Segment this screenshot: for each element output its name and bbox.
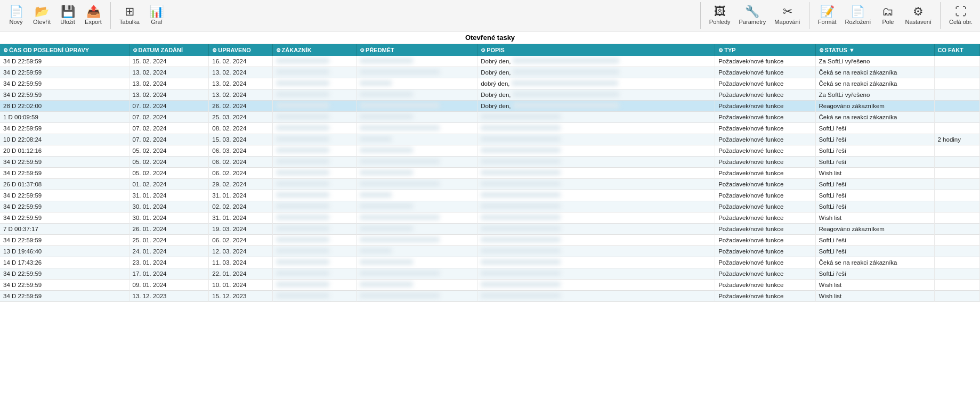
cell-popis: Dobrý den, xyxy=(477,89,715,101)
cell-zakaznik xyxy=(272,157,356,168)
blurred-popis xyxy=(481,181,561,186)
col-upraveno[interactable]: ⚙UPRAVENO xyxy=(209,44,272,56)
blurred-predmet xyxy=(360,147,413,153)
tabulka-button[interactable]: ⊞ Tabulka xyxy=(116,4,143,27)
cell-datum: 07. 02. 2024 xyxy=(129,101,209,112)
cell-cas: 34 D 22:59:59 xyxy=(0,190,129,201)
blurred-zakaznik xyxy=(276,69,329,75)
blurred-popis xyxy=(481,282,561,287)
cell-popis: Dobrý den, xyxy=(477,101,715,112)
col-cas[interactable]: ⚙ČAS OD POSLEDNÍ ÚPRAVY xyxy=(0,44,129,56)
table-row[interactable]: 26 D 01:37:0801. 02. 202429. 02. 2024 Po… xyxy=(0,179,980,190)
cell-typ: Požadavek/nové funkce xyxy=(715,78,815,89)
ulozit-button[interactable]: 💾 Uložit xyxy=(56,4,79,27)
cell-typ: Požadavek/nové funkce xyxy=(715,201,815,212)
cell-upraveno: 19. 03. 2024 xyxy=(209,224,272,235)
table-row[interactable]: 14 D 17:43:2623. 01. 202411. 03. 2024 Po… xyxy=(0,257,980,268)
graf-button[interactable]: 📊 Graf xyxy=(145,4,168,27)
col-predmet[interactable]: ⚙PŘEDMĚT xyxy=(357,44,477,56)
col-popis[interactable]: ⚙POPIS xyxy=(477,44,715,56)
cell-popis xyxy=(477,112,715,123)
mapovani-label: Mapování xyxy=(774,19,800,25)
cell-predmet xyxy=(357,67,477,78)
mapovani-button[interactable]: ✂ Mapování xyxy=(771,4,803,27)
cell-upraveno: 31. 01. 2024 xyxy=(209,190,272,201)
pole-icon: 🗂 xyxy=(882,6,894,18)
cell-typ: Požadavek/nové funkce xyxy=(715,157,815,168)
rozlozeni-label: Rozložení xyxy=(845,19,871,25)
col-cofakt[interactable]: CO FAKT xyxy=(934,44,979,56)
blurred-popis xyxy=(481,248,561,253)
table-row[interactable]: 34 D 22:59:5915. 02. 202416. 02. 2024 Do… xyxy=(0,56,980,67)
table-row[interactable]: 34 D 22:59:5913. 02. 202413. 02. 2024 do… xyxy=(0,78,980,89)
table-row[interactable]: 20 D 01:12:1605. 02. 202406. 03. 2024 Po… xyxy=(0,145,980,157)
table-row[interactable]: 34 D 22:59:5909. 01. 202410. 01. 2024 Po… xyxy=(0,280,980,291)
blurred-predmet xyxy=(360,125,440,130)
table-row[interactable]: 7 D 00:37:1726. 01. 202419. 03. 2024 Pož… xyxy=(0,224,980,235)
table-row[interactable]: 34 D 22:59:5913. 02. 202413. 02. 2024 Do… xyxy=(0,67,980,78)
table-row[interactable]: 10 D 22:08:2407. 02. 202415. 03. 2024 Po… xyxy=(0,134,980,145)
nastaveni-button[interactable]: ⚙ Nastavení xyxy=(902,4,935,27)
table-row[interactable]: 34 D 22:59:5925. 01. 202406. 02. 2024 Po… xyxy=(0,235,980,246)
parametry-button[interactable]: 🔧 Parametry xyxy=(736,4,770,27)
col-zakaznik[interactable]: ⚙ZÁKAZNÍK xyxy=(272,44,356,56)
separator-4 xyxy=(940,2,941,29)
pohledy-button[interactable]: 🖼 Pohledy xyxy=(706,4,734,27)
cell-cofakt xyxy=(934,179,979,190)
cell-cas: 34 D 22:59:59 xyxy=(0,56,129,67)
table-row[interactable]: 34 D 22:59:5907. 02. 202408. 02. 2024 Po… xyxy=(0,123,980,134)
cell-status: SoftLi řeší xyxy=(815,179,934,190)
table-row[interactable]: 34 D 22:59:5905. 02. 202406. 02. 2024 Po… xyxy=(0,168,980,179)
blurred-popis xyxy=(481,293,561,298)
format-icon: 📝 xyxy=(820,6,835,18)
cell-predmet xyxy=(357,89,477,101)
table-row[interactable]: 34 D 22:59:5905. 02. 202406. 02. 2024 Po… xyxy=(0,157,980,168)
blurred-predmet xyxy=(360,92,413,97)
cell-cas: 34 D 22:59:59 xyxy=(0,212,129,224)
export-button[interactable]: 📤 Export xyxy=(82,4,105,27)
otevrit-button[interactable]: 📂 Otevřít xyxy=(30,4,54,27)
popis-text: Dobrý den, xyxy=(481,92,511,98)
table-row[interactable]: 34 D 22:59:5931. 01. 202431. 01. 2024 Po… xyxy=(0,190,980,201)
rozlozeni-button[interactable]: 📄 Rozložení xyxy=(842,4,874,27)
table-row[interactable]: 34 D 22:59:5930. 01. 202431. 01. 2024 Po… xyxy=(0,212,980,224)
table-wrapper[interactable]: ⚙ČAS OD POSLEDNÍ ÚPRAVY ⚙DATUM ZADÁNÍ ⚙U… xyxy=(0,44,980,302)
separator-3 xyxy=(809,2,809,29)
ulozit-icon: 💾 xyxy=(61,6,75,18)
col-typ[interactable]: ⚙TYP xyxy=(715,44,815,56)
table-row[interactable]: 13 D 19:46:4024. 01. 202412. 03. 2024 Po… xyxy=(0,246,980,257)
toolbar-right: 🖼 Pohledy 🔧 Parametry ✂ Mapování 📝 Formá… xyxy=(697,2,976,29)
blurred-popis xyxy=(481,114,561,119)
cell-status: Reagováno zákazníkem xyxy=(815,101,934,112)
novy-button[interactable]: 📄 Nový xyxy=(4,4,28,27)
blurred-predmet xyxy=(360,226,413,231)
col-status[interactable]: ⚙STATUS ▼ xyxy=(815,44,934,56)
table-row[interactable]: 34 D 22:59:5913. 02. 202413. 02. 2024 Do… xyxy=(0,89,980,101)
col-datum[interactable]: ⚙DATUM ZADÁNÍ xyxy=(129,44,209,56)
pohledy-label: Pohledy xyxy=(709,19,731,25)
cell-cas: 1 D 00:09:59 xyxy=(0,112,129,123)
cell-zakaznik xyxy=(272,134,356,145)
cell-datum: 07. 02. 2024 xyxy=(129,123,209,134)
format-button[interactable]: 📝 Formát xyxy=(815,4,840,27)
cell-datum: 05. 02. 2024 xyxy=(129,157,209,168)
parametry-icon: 🔧 xyxy=(745,6,759,18)
table-row[interactable]: 34 D 22:59:5917. 01. 202422. 01. 2024 Po… xyxy=(0,268,980,280)
cell-datum: 09. 01. 2024 xyxy=(129,280,209,291)
cell-status: Čeká se na reakci zákazníka xyxy=(815,112,934,123)
blurred-popis xyxy=(481,259,561,265)
cell-upraveno: 12. 03. 2024 xyxy=(209,246,272,257)
cell-popis xyxy=(477,179,715,190)
cela-obr-button[interactable]: ⛶ Celá obr. xyxy=(946,4,976,27)
table-row[interactable]: 34 D 22:59:5930. 01. 202402. 02. 2024 Po… xyxy=(0,201,980,212)
tabulka-label: Tabulka xyxy=(119,19,140,25)
cell-predmet xyxy=(357,201,477,212)
cell-status: Čeká se na reakci zákazníka xyxy=(815,78,934,89)
table-row[interactable]: 28 D 22:02:0007. 02. 202426. 02. 2024 Do… xyxy=(0,101,980,112)
table-row[interactable]: 1 D 00:09:5907. 02. 202425. 03. 2024 Pož… xyxy=(0,112,980,123)
cell-cas: 28 D 22:02:00 xyxy=(0,101,129,112)
blurred-zakaznik xyxy=(276,203,329,209)
pole-button[interactable]: 🗂 Pole xyxy=(876,4,900,27)
cell-datum: 13. 02. 2024 xyxy=(129,67,209,78)
table-row[interactable]: 34 D 22:59:5913. 12. 202315. 12. 2023 Po… xyxy=(0,291,980,302)
